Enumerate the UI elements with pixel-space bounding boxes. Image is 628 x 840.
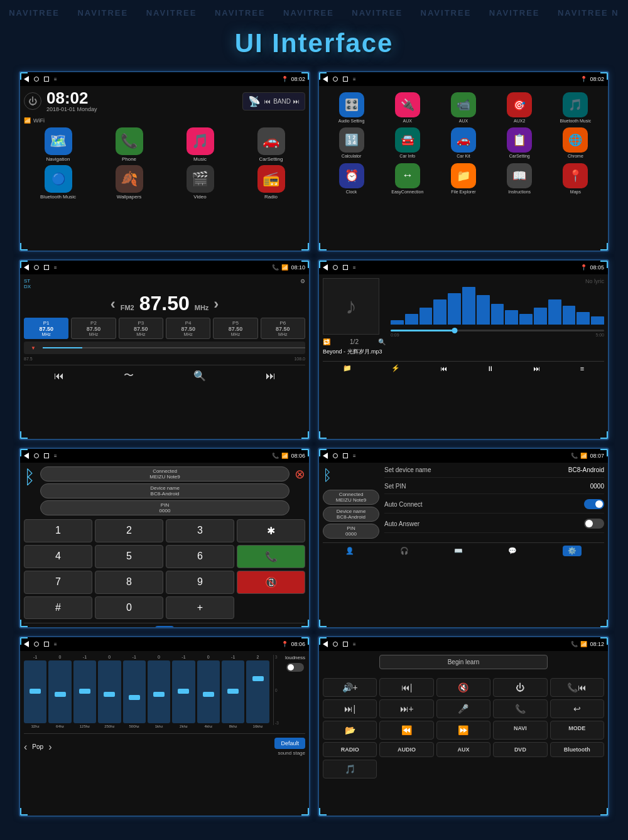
dial-8[interactable]: 8 <box>95 571 163 594</box>
drawer-audio-setting[interactable]: 🎛️ Audio Setting <box>325 92 377 124</box>
contacts-btn[interactable]: 👤 <box>345 547 354 555</box>
drawer-aux1[interactable]: 🔌 AUX <box>381 92 433 124</box>
call-button[interactable]: 📞 <box>237 545 305 568</box>
begin-learn-button[interactable]: Begin learn <box>379 655 548 669</box>
dialpad-btn[interactable]: ⌨️ <box>155 626 174 628</box>
preset-1[interactable]: P1 87.50 MHz <box>24 318 68 339</box>
dial-5[interactable]: 5 <box>95 545 163 568</box>
vol-up-btn[interactable]: 🔊+ <box>323 678 377 697</box>
next-preset-btn[interactable]: › <box>48 741 51 753</box>
frequency-slider[interactable]: ▼ <box>24 342 305 354</box>
drawer-easy-connection[interactable]: ↔️ EasyConnection <box>381 163 433 195</box>
eq-band-32hz[interactable] <box>24 660 46 723</box>
preset-6[interactable]: P6 87.50 MHz <box>261 318 305 339</box>
dvd-btn[interactable]: DVD <box>493 742 547 757</box>
prev-btn[interactable]: ⏮ <box>440 365 447 372</box>
dial-3[interactable]: 3 <box>166 519 234 542</box>
preset-5[interactable]: P5 87.50 MHz <box>213 318 257 339</box>
eq-icon[interactable]: ⚡ <box>391 364 400 372</box>
drawer-aux3[interactable]: 🎯 AUX2 <box>494 92 546 124</box>
navi-btn[interactable]: NAVI <box>493 721 547 740</box>
seek-up-btn[interactable]: ⏭+ <box>379 699 433 718</box>
drawer-instructions[interactable]: 📖 Instructions <box>494 163 546 195</box>
prev-btn[interactable]: ⏮| <box>379 678 433 697</box>
preset-2[interactable]: P2 87.50 MHz <box>71 318 116 339</box>
eq-band-16khz[interactable] <box>246 660 269 723</box>
dial-2[interactable]: 2 <box>95 519 163 542</box>
eq-band-64hz[interactable] <box>48 660 71 723</box>
drawer-chrome[interactable]: 🌐 Chrome <box>550 127 602 159</box>
mute-btn[interactable]: 🔇 <box>436 678 490 697</box>
fwd-btn[interactable]: ⏩ <box>436 721 490 740</box>
drawer-aux2[interactable]: 📹 AUX <box>437 92 489 124</box>
freq-prev-btn[interactable]: ‹ <box>111 295 116 313</box>
dial-0[interactable]: 0 <box>95 596 163 619</box>
loudness-toggle[interactable] <box>286 663 304 672</box>
default-button[interactable]: Default <box>274 738 305 749</box>
next-band-btn[interactable]: ⏭ <box>293 98 300 105</box>
drawer-bt-music[interactable]: 🎵 Bluetooth Music <box>550 92 602 124</box>
prev-band-btn[interactable]: ⏮ <box>264 98 271 105</box>
folder-btn[interactable]: 📂 <box>323 721 377 740</box>
call-btn[interactable]: 📞 <box>493 699 547 718</box>
preset-4[interactable]: P4 87.50 MHz <box>166 318 210 339</box>
dial-star[interactable]: ✱ <box>237 519 305 542</box>
search-btn[interactable]: 🔍 <box>193 370 206 382</box>
drawer-car-info[interactable]: 🚘 Car Info <box>381 127 433 159</box>
drawer-clock[interactable]: ⏰ Clock <box>325 163 377 195</box>
eq-band-8khz[interactable] <box>222 660 244 723</box>
power-btn[interactable]: ⏻ <box>493 678 547 697</box>
dial-plus[interactable]: + <box>166 596 234 619</box>
repeat-icon[interactable]: 🔁 <box>323 338 330 345</box>
prev-preset-btn[interactable]: ‹ <box>24 741 27 753</box>
next-btn[interactable]: ⏭| <box>323 699 377 718</box>
messages-btn[interactable]: 💬 <box>508 547 517 555</box>
back-btn[interactable]: ↩ <box>550 699 604 718</box>
messages-btn[interactable]: 💬 <box>219 627 228 628</box>
app-video[interactable]: 🎬 Video <box>166 165 234 200</box>
bluetooth-btn[interactable]: Bluetooth <box>550 742 604 757</box>
rew-btn[interactable]: ⏪ <box>379 721 433 740</box>
audio-btn[interactable]: AUDIO <box>379 742 433 757</box>
eq-band-500hz[interactable] <box>123 660 146 723</box>
dial-9[interactable]: 9 <box>166 571 234 594</box>
dial-4[interactable]: 4 <box>24 545 92 568</box>
end-call-button[interactable]: 📵 <box>237 571 305 594</box>
auto-connect-toggle[interactable] <box>584 499 604 509</box>
drawer-car-setting[interactable]: 📋 CarSetting <box>494 127 546 159</box>
auto-answer-toggle[interactable] <box>584 519 604 529</box>
freq-next-btn[interactable]: › <box>214 295 219 313</box>
dial-6[interactable]: 6 <box>166 545 234 568</box>
preset-3[interactable]: P3 87.50 MHz <box>119 318 163 339</box>
drawer-calculator[interactable]: 🔢 Calculator <box>325 127 377 159</box>
app-navigation[interactable]: 🗺️ Navigation <box>24 127 92 163</box>
dial-1[interactable]: 1 <box>24 519 92 542</box>
eq-band-250hz[interactable] <box>98 660 121 723</box>
progress-bar[interactable] <box>391 330 604 331</box>
prev-track-btn[interactable]: ⏮ <box>54 370 64 382</box>
eq-band-1khz[interactable] <box>148 660 170 723</box>
settings-btn[interactable]: ⚙️ <box>274 627 283 628</box>
power-button[interactable]: ⏻ <box>24 92 41 110</box>
aux-btn[interactable]: AUX <box>436 742 490 757</box>
next-btn[interactable]: ⏭ <box>533 365 540 372</box>
search-btn[interactable]: 🔍 <box>378 338 386 345</box>
bt-settings-connected[interactable]: Connected MEIZU Note9 <box>323 490 379 505</box>
drawer-maps[interactable]: 📍 Maps <box>550 163 602 195</box>
radio-btn[interactable]: RADIO <box>323 742 377 757</box>
playlist-icon[interactable]: ≡ <box>580 365 584 372</box>
delete-icon[interactable]: ⊗ <box>295 466 305 482</box>
contacts-btn[interactable]: 👤 <box>46 627 55 628</box>
eq-band-125hz[interactable] <box>73 660 96 723</box>
radio-widget[interactable]: 📡 ⏮ BAND ⏭ <box>242 92 305 110</box>
drawer-car-kit[interactable]: 🚗 Car Kit <box>437 127 489 159</box>
mode-btn[interactable]: MODE <box>550 721 604 740</box>
app-carsetting[interactable]: 🚗 CarSetting <box>237 127 305 163</box>
headset-btn[interactable]: 🎧 <box>101 627 110 628</box>
eq-band-2khz[interactable] <box>172 660 195 723</box>
drawer-file-explorer[interactable]: 📁 File Explorer <box>437 163 489 195</box>
headset-btn[interactable]: 🎧 <box>400 547 409 555</box>
folder-icon[interactable]: 📁 <box>343 364 352 372</box>
settings-active-btn[interactable]: ⚙️ <box>563 546 582 556</box>
connected-device-btn[interactable]: Connected MEIZU Note9 <box>40 466 290 482</box>
